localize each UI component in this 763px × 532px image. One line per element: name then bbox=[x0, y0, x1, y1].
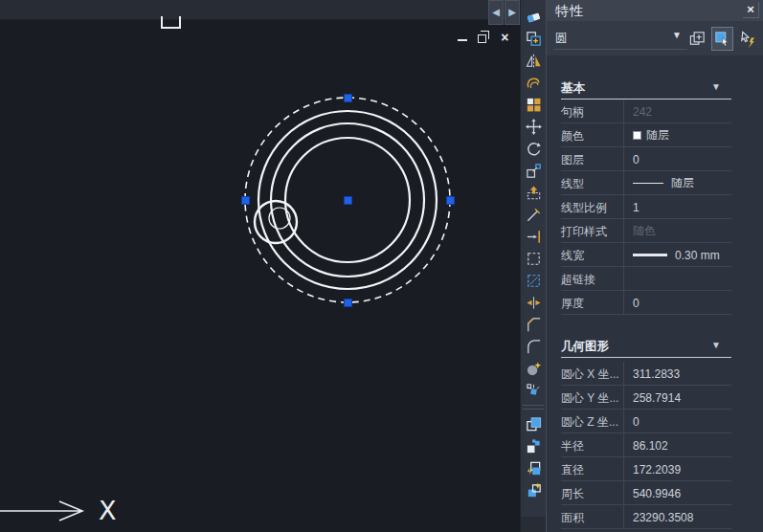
property-value-text: 311.2833 bbox=[633, 367, 680, 381]
column-divider bbox=[623, 505, 624, 529]
property-value[interactable]: 随层 bbox=[633, 128, 669, 143]
property-row: 周长540.9946 bbox=[547, 481, 763, 505]
extend-button[interactable] bbox=[522, 226, 545, 248]
scale-icon bbox=[525, 162, 543, 180]
copy-with-base-point-icon bbox=[525, 437, 543, 455]
property-value[interactable]: 0 bbox=[633, 152, 640, 166]
erase-button[interactable] bbox=[522, 6, 545, 28]
copy-clip-button[interactable] bbox=[522, 413, 545, 435]
property-value-text: 242 bbox=[633, 105, 652, 119]
paste-special-button[interactable] bbox=[522, 479, 545, 501]
offset-button[interactable] bbox=[522, 72, 545, 94]
quadrant-grip-top[interactable] bbox=[344, 94, 352, 102]
property-value[interactable]: 23290.3508 bbox=[633, 510, 693, 524]
join-button[interactable] bbox=[522, 292, 545, 314]
erase-icon bbox=[525, 8, 543, 26]
property-row: 半径86.102 bbox=[547, 433, 763, 457]
column-divider bbox=[623, 123, 624, 147]
property-value[interactable]: 311.2833 bbox=[633, 366, 680, 381]
properties-panel: 特性 × 圆 ▼ 基本▼句柄242颜色随层图层0线型随层线型比例1打印样式随色线… bbox=[546, 0, 763, 532]
panel-close-icon[interactable]: × bbox=[743, 2, 759, 18]
property-value[interactable]: 1 bbox=[633, 200, 640, 214]
column-divider bbox=[623, 267, 624, 291]
panel-titlebar[interactable]: 特性 × bbox=[547, 0, 763, 21]
quadrant-grip-left[interactable] bbox=[241, 196, 250, 205]
stretch-button[interactable] bbox=[522, 182, 545, 204]
property-row: 线宽0.30 mm bbox=[547, 243, 763, 267]
polyline-edit-button[interactable] bbox=[522, 248, 545, 270]
polyline-edit-icon bbox=[525, 250, 543, 268]
property-label: 句柄 bbox=[561, 104, 584, 121]
property-label: 直径 bbox=[561, 462, 584, 478]
property-label: 厚度 bbox=[561, 296, 584, 312]
circle-entities[interactable] bbox=[0, 0, 520, 532]
center-grip[interactable] bbox=[344, 196, 352, 205]
hatch-edit-button[interactable] bbox=[522, 270, 545, 292]
move-button[interactable] bbox=[522, 116, 545, 138]
explode-button[interactable] bbox=[522, 380, 545, 402]
move-icon bbox=[525, 118, 543, 136]
property-value[interactable]: 242 bbox=[633, 104, 652, 119]
column-divider bbox=[623, 195, 624, 219]
select-objects-button[interactable] bbox=[711, 27, 733, 51]
property-value[interactable]: 86.102 bbox=[633, 438, 668, 453]
object-type-select[interactable]: 圆 bbox=[555, 31, 568, 47]
join-icon bbox=[525, 294, 543, 312]
property-value-text: 0 bbox=[633, 415, 640, 429]
chevron-down-icon[interactable]: ▼ bbox=[672, 30, 682, 40]
quadrant-grip-right[interactable] bbox=[446, 196, 455, 205]
property-value[interactable]: 172.2039 bbox=[633, 462, 681, 477]
blend-button[interactable] bbox=[522, 358, 545, 380]
trim-button[interactable] bbox=[522, 204, 545, 226]
property-value[interactable]: 随层 bbox=[633, 176, 694, 190]
property-value[interactable]: 随色 bbox=[633, 224, 656, 238]
column-divider bbox=[623, 410, 624, 433]
rotate-button[interactable] bbox=[522, 138, 545, 160]
column-divider bbox=[623, 362, 624, 386]
chamfer-button[interactable] bbox=[522, 314, 545, 336]
property-value[interactable]: 540.9946 bbox=[633, 486, 681, 500]
paste-clip-icon bbox=[525, 459, 543, 477]
scale-button[interactable] bbox=[522, 160, 545, 182]
lineweight-sample-icon bbox=[633, 254, 667, 256]
section-title: 基本 bbox=[561, 80, 585, 97]
hatch-edit-icon bbox=[525, 272, 543, 290]
section-rows: 句柄242颜色随层图层0线型随层线型比例1打印样式随色线宽0.30 mm超链接厚… bbox=[547, 100, 763, 315]
property-value-text: 0 bbox=[633, 153, 640, 166]
mirror-button[interactable] bbox=[522, 50, 545, 72]
fillet-button[interactable] bbox=[522, 336, 545, 358]
property-value-text: 随色 bbox=[633, 223, 656, 239]
property-value[interactable]: 0 bbox=[633, 296, 640, 310]
blend-icon bbox=[525, 360, 543, 378]
quick-select-button[interactable] bbox=[737, 27, 759, 51]
explode-icon bbox=[525, 382, 543, 400]
column-divider bbox=[623, 481, 624, 505]
property-value-text: 23290.3508 bbox=[633, 511, 693, 524]
toggle-pickadd-button[interactable] bbox=[686, 27, 708, 51]
property-value-text: 1 bbox=[633, 201, 640, 214]
collapse-icon[interactable]: ▼ bbox=[711, 81, 721, 92]
drawing-canvas[interactable]: ◀ ▶ × X bbox=[0, 0, 520, 532]
array-icon bbox=[525, 96, 543, 114]
stretch-icon bbox=[525, 184, 543, 202]
property-value-text: 0.30 mm bbox=[675, 249, 720, 262]
property-value[interactable]: 0 bbox=[633, 414, 640, 429]
property-value[interactable]: 0.30 mm bbox=[633, 248, 720, 262]
property-value-text: 随层 bbox=[671, 175, 694, 191]
column-divider bbox=[623, 457, 624, 481]
property-row: 面积23290.3508 bbox=[547, 505, 763, 529]
array-button[interactable] bbox=[522, 94, 545, 116]
property-value[interactable]: 258.7914 bbox=[633, 390, 681, 405]
property-row: 超链接 bbox=[547, 267, 763, 291]
property-row: 圆心 Z 坐...0 bbox=[547, 410, 763, 433]
quadrant-grip-bottom[interactable] bbox=[344, 299, 352, 307]
property-row: 线型随层 bbox=[547, 171, 763, 195]
copy-button[interactable] bbox=[522, 28, 545, 50]
property-label: 半径 bbox=[561, 438, 584, 454]
section-header: 基本▼ bbox=[547, 78, 763, 100]
collapse-icon[interactable]: ▼ bbox=[711, 340, 721, 350]
panel-title: 特性 bbox=[555, 3, 584, 20]
copy-with-base-point-button[interactable] bbox=[522, 435, 545, 457]
paste-clip-button[interactable] bbox=[522, 457, 545, 479]
property-label: 超链接 bbox=[561, 272, 595, 288]
